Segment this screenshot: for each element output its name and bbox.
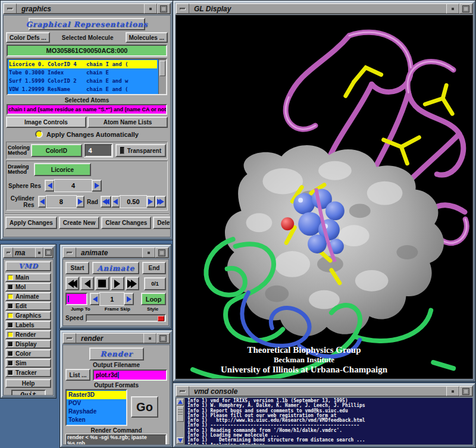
render-command-label: Render Command [65,427,167,434]
window-menu-button[interactable] [4,4,17,14]
scroll-up-button[interactable] [177,399,184,405]
menu-item-graphics[interactable]: Graphics [5,311,51,320]
maximize-button[interactable] [155,248,168,258]
delete-button[interactable]: Delete [153,217,171,229]
format-option[interactable]: Raster3D [67,391,126,399]
rad-increment-fast-button[interactable] [155,196,166,208]
go-button[interactable]: Go [131,396,158,418]
menu-item-edit[interactable]: Edit [5,302,51,311]
start-button[interactable]: Start [65,262,89,274]
color-defs-button[interactable]: Color Defs ... [6,32,50,43]
window-menu-button[interactable] [4,248,13,258]
iconify-button[interactable] [446,386,459,396]
frame-skip-decrement-button[interactable] [90,293,100,305]
format-list[interactable]: Raster3D POV Rayshade Token [65,389,127,426]
output-filename-input[interactable]: plot.r3d [93,369,167,381]
maximize-button[interactable] [156,333,170,343]
scrollbar-thumb[interactable] [177,406,184,422]
graphics-titlebar[interactable]: graphics [3,3,171,14]
maximize-button[interactable] [157,4,170,14]
iconify-button[interactable] [143,333,156,343]
menu-item-animate[interactable]: Animate [5,292,51,301]
format-option[interactable]: Token [67,416,126,424]
rep-row[interactable]: Licorice 0. ColorID 4 chain I and ( [9,60,157,68]
animate-titlebar[interactable]: animate [62,247,169,258]
selected-molecule-value[interactable]: MO305861C90050AC8:000 [7,45,167,57]
end-button[interactable]: End [142,262,166,274]
gl-titlebar[interactable]: GL Display [176,3,473,14]
rep-list-scrollbar[interactable] [158,59,166,94]
animate-window-title: animate [76,248,142,258]
window-menu-button[interactable] [63,248,76,258]
sphere-res-increment-button[interactable] [92,180,102,192]
rewind-button[interactable] [65,277,79,290]
fast-forward-button[interactable] [126,277,139,290]
render-command-field[interactable]: render < %s -sgi %s.rgb; ipaste %s.rgb [66,434,167,445]
tab-atom-name-lists[interactable]: Atom Name Lists [87,117,168,128]
maximize-button[interactable] [459,4,472,14]
menu-item-sim[interactable]: Sim [5,359,51,368]
step-back-button[interactable] [80,277,94,290]
rep-row[interactable]: VDW 1.29999 ResName chain E and ( [9,85,157,93]
menu-item-mol[interactable]: Mol [5,283,51,292]
drawing-method-button[interactable]: Licorice [34,163,91,176]
frame-skip-increment-button[interactable] [124,293,134,305]
console-scrollbar[interactable] [176,398,185,444]
rad-decrement-button[interactable] [111,196,120,208]
menu-item-main[interactable]: Main [5,273,51,282]
representation-list[interactable]: Licorice 0. ColorID 4 chain I and ( Tube… [7,58,167,95]
menu-item-tracker[interactable]: Tracker [5,368,51,377]
cylinder-res-increment-button[interactable] [76,196,84,208]
main-titlebar[interactable]: ma [3,247,54,258]
menu-item-color[interactable]: Color [5,349,51,358]
colorid-value-field[interactable]: 4 [84,144,112,157]
auto-apply-label: Apply Changes Automatically [46,131,139,138]
style-loop-button[interactable]: Loop [141,293,166,305]
rad-increment-button[interactable] [146,196,155,208]
molecules-button[interactable]: Molecules ... [126,32,168,43]
rep-row[interactable]: Tube 0.3000 Index chain E [9,68,157,77]
iconify-button[interactable] [142,248,155,258]
speed-slider[interactable] [86,314,166,322]
scroll-down-button[interactable] [177,437,184,444]
stop-button[interactable] [95,277,109,290]
cylinder-res-decrement-button[interactable] [38,196,46,208]
clear-changes-button[interactable]: Clear Changes [101,217,151,229]
console-titlebar[interactable]: vmd console [176,386,473,397]
auto-apply-radio[interactable] [35,130,43,138]
rep-row[interactable]: Surf 1.5999 ColorID 2 chain E and w [9,77,157,85]
transparent-toggle-button[interactable]: Transparent [115,144,166,157]
menu-item-render[interactable]: Render [5,330,51,339]
render-titlebar[interactable]: render [62,333,170,344]
maximize-button[interactable] [459,386,472,396]
maximize-button[interactable] [43,248,53,258]
help-button[interactable]: Help [5,379,51,388]
arrow-up-icon [178,400,183,404]
vmd-title-button[interactable]: VMD [5,261,51,271]
apply-changes-button[interactable]: Apply Changes [5,217,57,229]
format-option[interactable]: POV [67,399,126,408]
scrollbar-thumb[interactable] [159,61,165,76]
create-new-button[interactable]: Create New [59,217,99,229]
window-menu-button[interactable] [176,4,189,14]
iconify-button[interactable] [35,248,43,258]
coloring-method-button[interactable]: ColorID [31,144,82,157]
window-menu-button[interactable] [176,386,189,396]
quit-button[interactable]: Quit [11,390,46,396]
list-button[interactable]: List ... [65,369,90,381]
tab-image-controls[interactable]: Image Controls [6,117,86,128]
iconify-button[interactable] [144,4,157,14]
window-menu-button[interactable] [63,333,76,343]
iconify-button[interactable] [446,4,459,14]
gl-viewport[interactable]: Theoretical Biophysics Group Beckman Ins… [176,15,472,378]
selected-atoms-input[interactable]: chain I and (same residue as name "S.*")… [7,104,167,115]
play-button[interactable] [111,277,124,290]
rad-decrement-fast-button[interactable] [101,196,111,208]
jump-to-input[interactable] [65,293,87,305]
text-cursor [118,372,119,378]
menu-item-labels[interactable]: Labels [5,321,51,330]
menu-item-display[interactable]: Display [5,340,51,349]
format-option[interactable]: Rayshade [67,408,126,416]
sphere-res-decrement-button[interactable] [45,180,55,192]
speed-slider-handle[interactable] [158,316,164,321]
